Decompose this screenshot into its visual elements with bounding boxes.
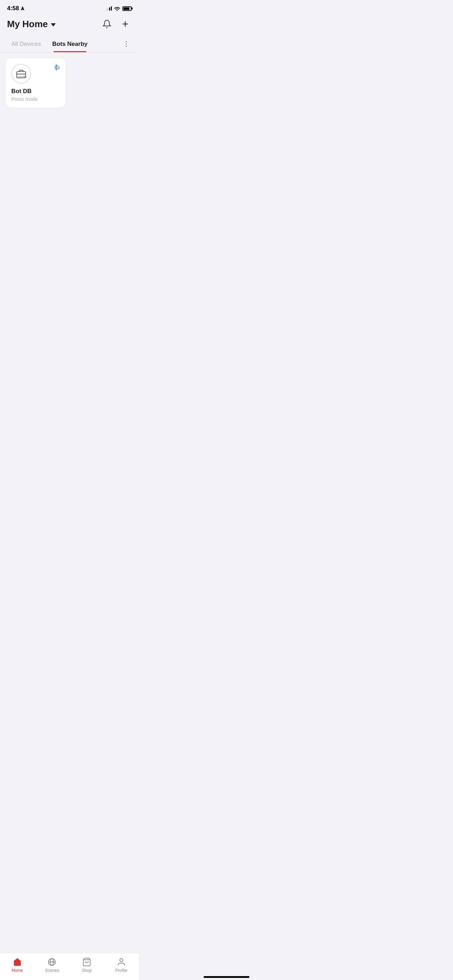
location-arrow-icon (21, 6, 25, 11)
header-actions (100, 18, 132, 30)
signal-bars-icon (105, 6, 112, 11)
device-card[interactable]: SwitchBot Bot DB Press mode (6, 58, 66, 108)
bots-nearby-label: Bots Nearby (52, 41, 87, 47)
app-header: My Home (0, 15, 139, 36)
status-bar: 4:58 (0, 0, 139, 15)
battery-icon (122, 6, 132, 11)
wifi-icon (114, 6, 120, 11)
add-button[interactable] (119, 18, 132, 30)
device-card-header: SwitchBot (11, 64, 60, 84)
tab-bots-nearby[interactable]: Bots Nearby (46, 37, 93, 52)
svg-point-3 (126, 44, 127, 45)
plus-icon (121, 19, 130, 29)
home-title[interactable]: My Home (7, 19, 56, 30)
switchbot-icon: SwitchBot (15, 67, 27, 80)
status-time: 4:58 (7, 5, 25, 12)
status-icons (105, 6, 132, 11)
home-title-text: My Home (7, 19, 48, 30)
bluetooth-signal-icon (52, 64, 60, 71)
time-label: 4:58 (7, 5, 19, 12)
svg-text:SwitchBot: SwitchBot (18, 75, 27, 78)
tabs-menu-button[interactable] (119, 36, 133, 52)
more-dots-icon (122, 40, 130, 48)
all-devices-label: All Devices (11, 41, 41, 47)
tab-all-devices[interactable]: All Devices (6, 37, 46, 52)
bell-icon (102, 19, 111, 29)
chevron-down-icon (51, 23, 56, 27)
tab-bar: All Devices Bots Nearby (0, 36, 139, 52)
svg-point-4 (126, 46, 127, 47)
device-name: Bot DB (11, 88, 60, 95)
notification-button[interactable] (100, 18, 113, 30)
main-content: SwitchBot Bot DB Press mode (0, 52, 139, 113)
device-status: Press mode (11, 96, 60, 102)
svg-point-2 (126, 41, 127, 42)
device-icon-container: SwitchBot (11, 64, 31, 84)
